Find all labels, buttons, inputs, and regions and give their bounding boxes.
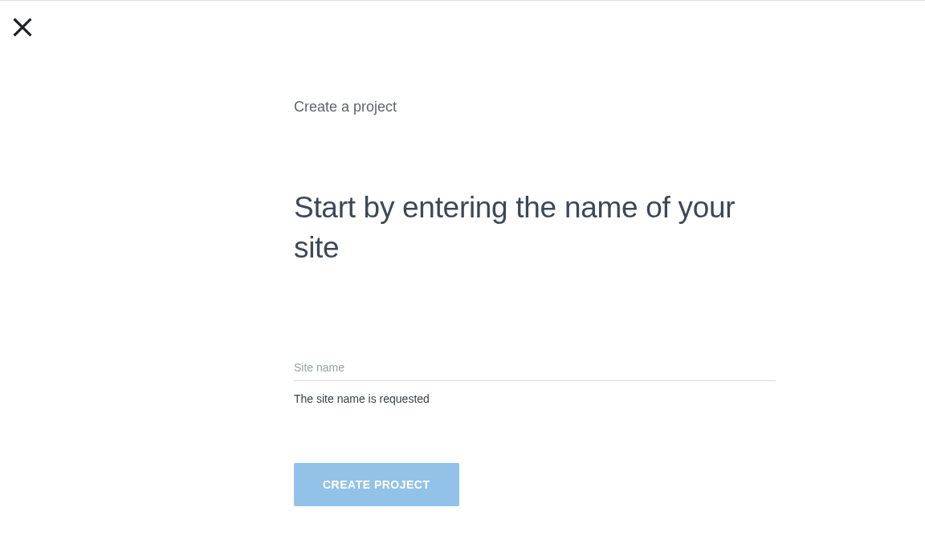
- close-icon: [10, 14, 35, 43]
- page-breadcrumb: Create a project: [294, 99, 776, 116]
- create-project-form: Create a project Start by entering the n…: [294, 99, 776, 506]
- site-name-field-wrap: [294, 356, 776, 381]
- create-project-button[interactable]: CREATE PROJECT: [294, 463, 459, 506]
- close-button[interactable]: [8, 14, 37, 43]
- site-name-helper-text: The site name is requested: [294, 392, 776, 405]
- site-name-input[interactable]: [294, 356, 776, 381]
- page-heading: Start by entering the name of your site: [294, 188, 776, 268]
